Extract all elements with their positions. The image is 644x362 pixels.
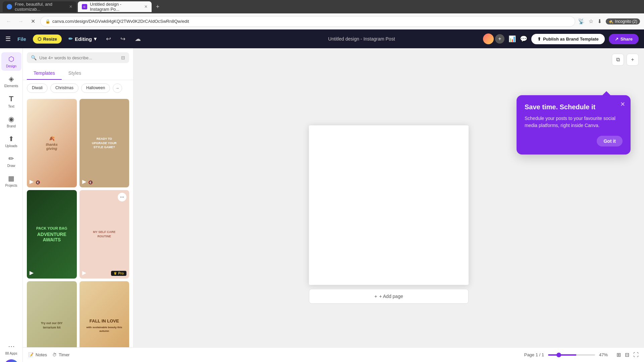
left-sidebar: ⬡ Design ◈ Elements T Text ◉ Brand ⬆ Upl… <box>0 48 23 362</box>
notes-label: Notes <box>36 352 47 357</box>
publish-button[interactable]: ⬆ Publish as Brand Template <box>531 34 605 44</box>
sidebar-item-draw[interactable]: ✏ Draw <box>1 152 21 170</box>
got-it-button[interactable]: Got it <box>597 136 623 146</box>
tab-2-close[interactable]: ✕ <box>144 4 148 9</box>
resize-label: Resize <box>43 37 57 42</box>
bottom-left: 📝 Notes ⏱ Timer <box>28 352 70 357</box>
save-status-button[interactable]: ☁ <box>132 34 144 44</box>
tab-1-title: Free, beautiful, and customizab... <box>15 2 66 12</box>
sidebar-item-apps[interactable]: ⋯ 88 Apps <box>1 340 21 358</box>
analytics-button[interactable]: 📊 <box>508 35 516 43</box>
sidebar-item-elements[interactable]: ◈ Elements <box>1 72 21 90</box>
share-button[interactable]: ↗ Share <box>609 34 639 44</box>
publish-icon: ⬆ <box>537 37 541 42</box>
timer-icon: ⏱ <box>52 352 57 357</box>
canvas-wrapper: + + Add page <box>309 125 469 304</box>
template-thumbnail-fashion: READY TOUPGRADE YOURSTYLE GAME? <box>79 99 129 187</box>
popup-close-button[interactable]: ✕ <box>620 101 625 108</box>
tab-bar: Free, beautiful, and customizab... ✕ C U… <box>0 0 644 13</box>
sidebar-item-text[interactable]: T Text <box>1 92 21 111</box>
multi-page-view-button[interactable]: ⊟ <box>625 352 629 358</box>
redo-button[interactable]: ↪ <box>118 34 128 44</box>
timer-button[interactable]: ⏱ Timer <box>52 352 70 357</box>
toolbar-left: ☰ File ⬡ Resize ✏ Editing ▾ ↩ ↪ ☁ <box>5 34 240 44</box>
copy-page-button[interactable]: ⧉ <box>612 54 624 66</box>
add-page-button[interactable]: + + Add page <box>309 289 469 304</box>
canvas-top-actions: ⧉ + <box>612 54 639 66</box>
add-to-page-button[interactable]: + <box>627 54 639 66</box>
schedule-popup: ✕ Save time. Schedule it Schedule your p… <box>517 95 631 155</box>
popup-title: Save time. Schedule it <box>525 103 623 111</box>
text-icon: T <box>9 95 13 103</box>
browser-tab-1[interactable]: Free, beautiful, and customizab... ✕ <box>3 1 76 12</box>
toolbar-center: Untitled design - Instagram Post <box>244 36 479 42</box>
search-input[interactable] <box>39 55 118 60</box>
sidebar-item-design[interactable]: ⬡ Design <box>1 52 21 71</box>
tab-styles[interactable]: Styles <box>62 67 88 80</box>
new-tab-button[interactable]: + <box>153 2 162 11</box>
share-label: Share <box>621 37 633 42</box>
notes-icon: 📝 <box>28 352 34 357</box>
magic-button[interactable]: ✦ <box>4 359 19 362</box>
tab-2-favicon: C <box>82 4 87 9</box>
zoom-slider[interactable] <box>548 354 595 356</box>
editing-label: Editing <box>75 36 92 42</box>
undo-button[interactable]: ↩ <box>103 34 114 44</box>
template-card-thanksgiving[interactable]: 🍂 thanksgiving ▶ 🔇 <box>27 99 77 187</box>
download-icon[interactable]: ⬇ <box>597 18 602 24</box>
play-icon-thanksgiving: ▶ <box>30 178 34 185</box>
page-info: Page 1 / 1 <box>524 352 544 357</box>
panel-tabs: Templates Styles <box>23 67 133 80</box>
brand-icon: ◉ <box>8 115 14 123</box>
apps-icon: ⋯ <box>8 342 15 350</box>
card-menu-button-selfcare[interactable]: ⋯ <box>118 193 126 201</box>
comment-button[interactable]: 💬 <box>520 35 527 43</box>
timer-label: Timer <box>59 352 70 357</box>
tag-halloween[interactable]: Halloween <box>81 83 110 93</box>
tag-diwali[interactable]: Diwali <box>27 83 48 93</box>
tab-1-close[interactable]: ✕ <box>69 4 72 9</box>
design-title: Untitled design - Instagram Post <box>328 36 395 42</box>
file-button[interactable]: File <box>15 35 29 43</box>
panel-content: 🍂 thanksgiving ▶ 🔇 READY TOUPGRADE YOURS… <box>23 96 133 362</box>
notes-button[interactable]: 📝 Notes <box>28 352 47 357</box>
resize-icon: ⬡ <box>38 37 41 42</box>
play-icon-adventure: ▶ <box>30 269 34 276</box>
publish-label: Publish as Brand Template <box>543 37 599 42</box>
toolbar-right: + 📊 💬 ⬆ Publish as Brand Template ↗ Shar… <box>483 34 639 44</box>
app-layout: ⬡ Design ◈ Elements T Text ◉ Brand ⬆ Upl… <box>0 48 644 362</box>
template-card-fashion[interactable]: READY TOUPGRADE YOURSTYLE GAME? ▶ 🔇 <box>79 99 129 187</box>
sidebar-label-apps: 88 Apps <box>5 352 17 355</box>
tab-templates[interactable]: Templates <box>27 67 62 80</box>
template-card-adventure[interactable]: PACK YOUR BAG ADVENTUREAWAITS ▶ <box>27 190 77 279</box>
address-bar[interactable]: 🔒 canva.com/design/DAGVwk84gKQ/2TWv0K2Dr… <box>40 16 575 27</box>
sidebar-item-brand[interactable]: ◉ Brand <box>1 112 21 131</box>
lock-icon: 🔒 <box>45 19 50 24</box>
tag-next-button[interactable]: → <box>113 83 122 93</box>
sidebar-item-uploads[interactable]: ⬆ Uploads <box>1 132 21 150</box>
bookmark-icon[interactable]: ☆ <box>589 18 593 24</box>
hamburger-menu-icon[interactable]: ☰ <box>5 35 11 43</box>
cast-icon[interactable]: 📡 <box>578 18 585 24</box>
add-collaborator-button[interactable]: + <box>495 34 504 44</box>
editing-button[interactable]: ✏ Editing ▾ <box>66 35 99 43</box>
sidebar-item-projects[interactable]: ▦ Projects <box>1 172 21 190</box>
forward-button[interactable]: → <box>16 17 25 26</box>
browser-nav-bar: ← → ✕ 🔒 canva.com/design/DAGVwk84gKQ/2TW… <box>0 13 644 29</box>
filter-icon[interactable]: ⊟ <box>121 55 125 60</box>
popup-arrow <box>602 91 610 95</box>
mute-icon-thanksgiving: 🔇 <box>36 180 40 185</box>
template-thumbnail-adventure: PACK YOUR BAG ADVENTUREAWAITS <box>27 190 77 279</box>
browser-tab-2[interactable]: C Untitled design - Instagram Po... ✕ <box>78 1 152 12</box>
template-card-selfcare[interactable]: MY SELF CAREROUTINE ⋯ ▶ ♛ Pro <box>79 190 129 279</box>
fullscreen-button[interactable]: ⛶ <box>633 352 639 358</box>
canvas-page[interactable] <box>309 125 469 285</box>
play-icon-selfcare: ▶ <box>82 269 86 276</box>
reload-button[interactable]: ✕ <box>28 17 38 26</box>
grid-view-button[interactable]: ⊞ <box>616 352 621 358</box>
avatar-group: + <box>483 34 504 44</box>
sidebar-label-design: Design <box>6 64 16 68</box>
tag-christmas[interactable]: Christmas <box>50 83 78 93</box>
back-button[interactable]: ← <box>4 17 13 26</box>
resize-button[interactable]: ⬡ Resize <box>33 35 62 44</box>
